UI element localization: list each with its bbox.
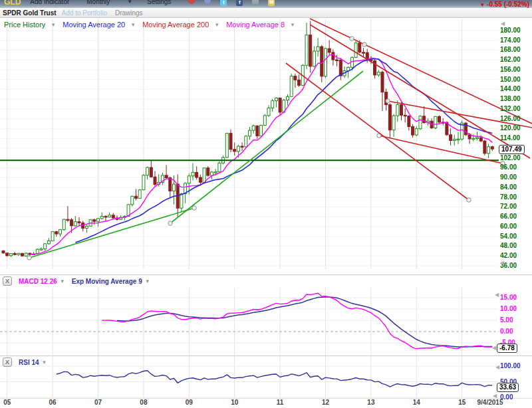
axis-tick-label: 08 bbox=[130, 399, 157, 406]
down-arrow-icon: ▼ bbox=[479, 2, 485, 8]
overlay-20-line bbox=[75, 59, 492, 243]
drawing-handle[interactable] bbox=[27, 256, 31, 260]
macd-panel-header: X MACD 12 26▼ Exp Moving Average 9▼ bbox=[3, 276, 157, 286]
axis-scroll-arrow[interactable]: ◀ bbox=[495, 292, 499, 298]
rsi-value-box: 33.63 bbox=[497, 383, 519, 392]
chevron-down-icon[interactable]: ▼ bbox=[145, 278, 150, 284]
legend-moving-average-20[interactable]: Moving Average 20 bbox=[63, 21, 125, 29]
axis-tick-label: 5.00 bbox=[500, 316, 531, 324]
axis-tick-label: 54.00 bbox=[500, 233, 531, 240]
share-icon[interactable] bbox=[204, 0, 211, 4]
last-price-box: 107.49 bbox=[499, 145, 525, 154]
rsi-chart-canvas[interactable] bbox=[0, 356, 532, 398]
close-macd-button[interactable]: X bbox=[3, 276, 12, 286]
chevron-down-icon[interactable]: ▼ bbox=[51, 22, 56, 28]
charting-app: GLD Add Indicator Monthly ▼ Settings tf✉… bbox=[0, 0, 532, 408]
macd-chart-canvas[interactable] bbox=[0, 288, 532, 356]
axis-tick-label: 120.00 bbox=[500, 124, 531, 132]
close-rsi-button[interactable]: X bbox=[3, 357, 12, 367]
axis-tick-label: 72.00 bbox=[500, 203, 531, 210]
legend-moving-average-200[interactable]: Moving Average 200 bbox=[142, 21, 209, 29]
share-icons: tf✉ bbox=[188, 0, 284, 6]
axis-tick-label: 15 bbox=[449, 399, 475, 406]
symbol-bar: SPDR Gold Trust Add to Portfolio Drawing… bbox=[0, 8, 532, 18]
drawing-handle[interactable] bbox=[192, 206, 196, 210]
drawing-handle[interactable] bbox=[350, 37, 354, 41]
axis-tick-label: 60.00 bbox=[500, 223, 531, 230]
axis-tick-label: 10.00 bbox=[500, 305, 531, 312]
axis-tick-label: 168.00 bbox=[500, 46, 531, 53]
interval-select[interactable]: Monthly bbox=[86, 0, 110, 5]
chevron-down-icon[interactable]: ▼ bbox=[130, 22, 136, 28]
drawing-handle[interactable] bbox=[362, 43, 366, 47]
axis-tick-label: 78.00 bbox=[500, 193, 531, 201]
axis-tick-label: 102.00 bbox=[500, 154, 531, 161]
linkedin-icon[interactable] bbox=[252, 0, 259, 4]
chevron-down-icon[interactable]: ▼ bbox=[60, 278, 65, 284]
macd-label[interactable]: MACD 12 26 bbox=[19, 278, 57, 285]
top-toolbar: GLD Add Indicator Monthly ▼ Settings tf✉… bbox=[0, 0, 532, 8]
add-to-portfolio-link[interactable]: Add to Portfolio bbox=[62, 9, 107, 17]
axis-tick-label: 42.00 bbox=[500, 252, 531, 259]
axis-tick-label: 13 bbox=[358, 399, 384, 406]
panel-separator bbox=[0, 356, 532, 356]
axis-tick-label: 07 bbox=[85, 399, 112, 406]
add-indicator-button[interactable]: Add Indicator bbox=[30, 0, 69, 5]
axis-tick-label: 06 bbox=[39, 399, 66, 406]
axis-tick-label: 174.00 bbox=[500, 37, 531, 44]
macd-gridlines bbox=[0, 288, 499, 356]
axis-tick-label: 144.00 bbox=[500, 85, 531, 92]
axis-scroll-arrow[interactable]: ◀ bbox=[495, 364, 499, 370]
drawing-handle[interactable] bbox=[386, 99, 390, 103]
macd-signal-label[interactable]: Exp Moving Average 9 bbox=[72, 278, 142, 285]
legend-price-history[interactable]: Price History bbox=[4, 21, 45, 29]
interval-caret-icon[interactable]: ▼ bbox=[127, 0, 132, 5]
axis-tick-label: 162.00 bbox=[500, 56, 531, 63]
axis-tick-label: 66.00 bbox=[500, 213, 531, 220]
chevron-down-icon[interactable]: ▼ bbox=[42, 359, 47, 365]
drawing-handle[interactable] bbox=[168, 221, 172, 225]
axis-tick-label: 48.00 bbox=[500, 242, 531, 249]
axis-scroll-arrow[interactable]: ◀ bbox=[500, 260, 504, 266]
green-trendline-2[interactable] bbox=[170, 71, 363, 223]
chevron-down-icon[interactable]: ▼ bbox=[290, 22, 295, 28]
axis-scroll-arrow[interactable]: ◀ bbox=[493, 393, 497, 399]
axis-tick-label: 10 bbox=[221, 399, 248, 406]
alert-icon[interactable] bbox=[188, 0, 195, 4]
drawing-handle[interactable] bbox=[467, 198, 471, 202]
settings-button[interactable]: Settings bbox=[147, 0, 171, 5]
axis-scroll-arrow[interactable]: ◀ bbox=[492, 345, 496, 351]
rsi-label[interactable]: RSI 14 bbox=[19, 359, 39, 366]
axis-tick-label: 9/4/2015 bbox=[473, 399, 507, 406]
twitter-icon[interactable]: t bbox=[220, 0, 227, 6]
quote-change: ▼ -0.55 (-0.52%) bbox=[479, 1, 529, 8]
rsi-panel-header: X RSI 14▼ bbox=[3, 357, 54, 367]
axis-scroll-arrow[interactable]: ◀ bbox=[501, 21, 505, 27]
email-icon[interactable]: ✉ bbox=[268, 0, 275, 6]
axis-tick-label: 100.00 bbox=[500, 362, 531, 369]
red-trendline-low[interactable] bbox=[286, 63, 469, 200]
main-chart-legend: Price History▼ Moving Average 20▼ Moving… bbox=[4, 21, 302, 29]
axis-tick-label: 96.00 bbox=[500, 163, 531, 171]
axis-tick-label: 84.00 bbox=[500, 183, 531, 191]
candles-group bbox=[2, 21, 493, 256]
rsi-gridlines bbox=[0, 356, 499, 397]
macd-value-box: -6.78 bbox=[497, 344, 517, 353]
drawings-button[interactable]: Drawings bbox=[115, 9, 143, 17]
macd-signal-line bbox=[117, 297, 492, 347]
axis-tick-label: 114.00 bbox=[500, 134, 531, 142]
chevron-down-icon[interactable]: ▼ bbox=[214, 22, 219, 28]
axis-tick-label: 180.00 bbox=[500, 27, 531, 34]
macd-line bbox=[102, 293, 492, 349]
axis-tick-label: 150.00 bbox=[500, 76, 531, 83]
axis-tick-label: 126.00 bbox=[500, 115, 531, 122]
trendline-drawings[interactable] bbox=[27, 19, 532, 260]
axis-tick-label: 15.00 bbox=[500, 294, 531, 301]
facebook-icon[interactable]: f bbox=[236, 0, 243, 6]
axis-tick-label: 12 bbox=[313, 399, 339, 406]
axis-tick-label: 156.00 bbox=[500, 66, 531, 73]
axis-tick-label: 132.00 bbox=[500, 105, 531, 112]
legend-moving-average-8[interactable]: Moving Average 8 bbox=[226, 21, 285, 29]
price-chart-canvas[interactable] bbox=[0, 18, 532, 275]
axis-tick-label: 05 bbox=[0, 399, 21, 406]
